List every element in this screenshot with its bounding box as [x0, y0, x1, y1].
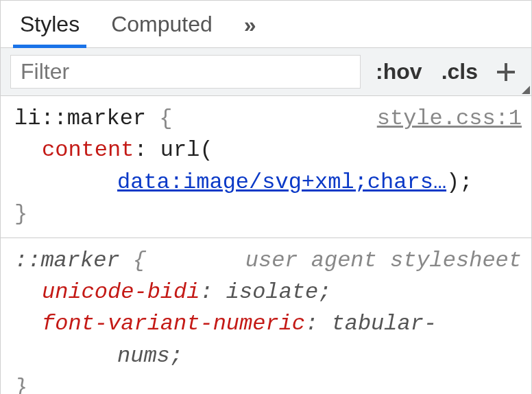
tab-overflow[interactable]: »: [244, 1, 258, 47]
filter-input[interactable]: [10, 55, 361, 89]
selector-text: ::marker: [14, 248, 120, 273]
property-name: font-variant-numeric: [42, 311, 305, 336]
open-brace-char: {: [133, 248, 146, 273]
tab-computed[interactable]: Computed: [111, 1, 213, 47]
declaration: font-variant-numeric: tabular-: [14, 308, 522, 340]
open-brace-char: {: [159, 106, 172, 131]
colon: :: [305, 311, 318, 336]
property-value-part1: tabular-: [318, 311, 437, 336]
dropdown-corner-icon: [522, 86, 530, 94]
url-link[interactable]: data:image/svg+xml;chars…: [117, 170, 446, 195]
property-name[interactable]: content: [42, 137, 134, 163]
declaration[interactable]: content: url(: [14, 135, 522, 166]
plus-icon: [494, 60, 518, 84]
ua-label: user agent stylesheet: [245, 245, 522, 277]
colon: :: [134, 137, 147, 163]
tab-styles[interactable]: Styles: [20, 1, 80, 47]
source-link[interactable]: style.css:1: [377, 103, 522, 135]
toggle-hover-button[interactable]: :hov: [366, 48, 432, 95]
new-rule-button[interactable]: [487, 48, 531, 95]
tab-bar: Styles Computed »: [1, 0, 531, 48]
toggle-class-button[interactable]: .cls: [432, 48, 487, 95]
styles-toolbar: :hov .cls: [1, 48, 531, 96]
property-name: unicode-bidi: [42, 279, 200, 305]
css-rule-ua: ::marker { user agent stylesheet unicode…: [1, 238, 531, 394]
css-rule[interactable]: li::marker { style.css:1 content: url( d…: [1, 96, 531, 238]
colon: :: [200, 279, 213, 305]
property-value: isolate;: [213, 279, 332, 305]
close-brace: }: [14, 198, 522, 230]
value-suffix: );: [446, 170, 472, 195]
property-value-part2: nums;: [14, 340, 522, 372]
close-brace: }: [14, 372, 522, 394]
declaration: unicode-bidi: isolate;: [14, 277, 522, 308]
selector-text[interactable]: li::marker: [14, 106, 146, 131]
value-prefix: url(: [147, 137, 213, 163]
styles-panel: Styles Computed » :hov .cls li::marker {…: [0, 0, 532, 394]
